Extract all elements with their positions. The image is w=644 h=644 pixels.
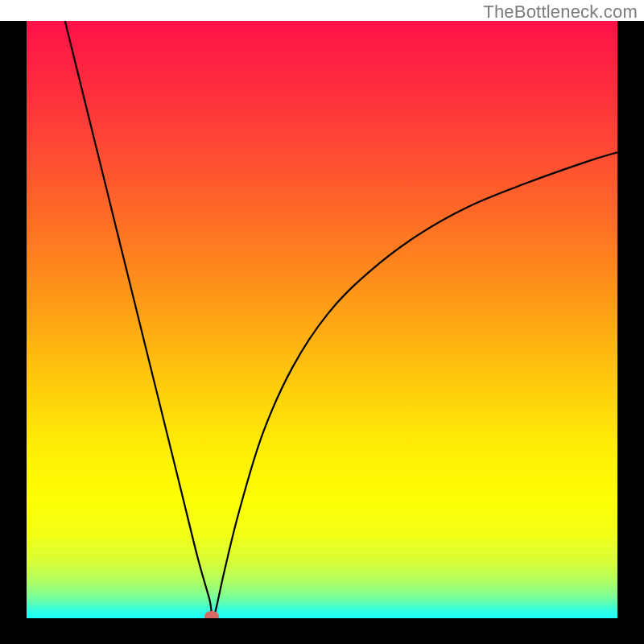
chart-stage: TheBottleneck.com	[0, 0, 644, 644]
gradient-background	[27, 21, 617, 618]
minimum-marker	[204, 611, 219, 618]
watermark-text: TheBottleneck.com	[483, 2, 638, 23]
plot-area	[27, 21, 617, 618]
chart-svg	[27, 21, 617, 618]
